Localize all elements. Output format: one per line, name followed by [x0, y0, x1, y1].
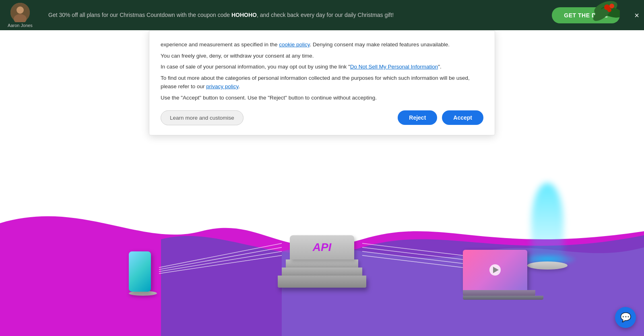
cookie-text-p5: Use the "Accept" button to consent. Use …: [161, 93, 483, 102]
reject-button[interactable]: Reject: [398, 110, 437, 125]
laptop-screen: [463, 250, 527, 290]
avatar-name: Aaron Jones: [8, 23, 33, 28]
avatar-section: Aaron Jones: [0, 0, 40, 30]
cookie-text-p2: You can freely give, deny, or withdraw y…: [161, 52, 483, 60]
illustration-area: API: [0, 187, 644, 336]
laptop-stand: [463, 296, 543, 300]
cookie-text-p1: experience and measurement as specified …: [161, 40, 483, 49]
play-icon: [493, 267, 499, 273]
play-button: [489, 264, 501, 276]
svg-line-11: [159, 251, 282, 272]
banner-text-part2: , and check back every day for our daily…: [257, 12, 394, 18]
main-content: experience and measurement as specified …: [0, 0, 644, 336]
svg-line-9: [159, 243, 282, 268]
cookie-text-p3: In case of sale of your personal informa…: [161, 62, 483, 71]
cookie-action-buttons: Reject Accept: [398, 110, 483, 125]
stack-layer-2: [282, 268, 362, 276]
cookie-text-p4: To find out more about the categories of…: [161, 74, 483, 91]
learn-more-button[interactable]: Learn more and customise: [161, 110, 244, 125]
stack-layer-1: [286, 259, 358, 268]
close-banner-button[interactable]: ×: [634, 11, 639, 19]
privacy-policy-link[interactable]: privacy policy: [206, 83, 238, 89]
api-stack: API: [278, 235, 366, 288]
accept-button[interactable]: Accept: [442, 110, 483, 125]
cookie-text: experience and measurement as specified …: [161, 40, 483, 102]
banner-left: Aaron Jones: [0, 0, 40, 30]
do-not-sell-link[interactable]: Do Not Sell My Personal Information: [350, 64, 438, 70]
stack-base: [278, 276, 366, 288]
chat-icon: 💬: [620, 312, 631, 323]
top-banner: Aaron Jones Get 30% off all plans for ou…: [0, 0, 644, 30]
laptop-device: [463, 250, 543, 300]
cookie-policy-link[interactable]: cookie policy: [279, 41, 310, 48]
chat-button[interactable]: 💬: [615, 307, 636, 328]
banner-coupon: HOHOHO: [231, 12, 257, 18]
banner-text-part1: Get 30% off all plans for our Christmas …: [48, 12, 231, 18]
phone-screen: [129, 251, 151, 292]
cookie-modal: experience and measurement as specified …: [149, 30, 495, 135]
banner-text: Get 30% off all plans for our Christmas …: [40, 11, 552, 19]
avatar: [10, 3, 30, 22]
api-label: API: [290, 235, 354, 259]
cookie-buttons: Learn more and customise Reject Accept: [161, 110, 483, 125]
svg-point-1: [17, 6, 24, 14]
phone-device: [129, 251, 157, 296]
get-deal-button[interactable]: GET THE DEAL: [552, 7, 620, 23]
